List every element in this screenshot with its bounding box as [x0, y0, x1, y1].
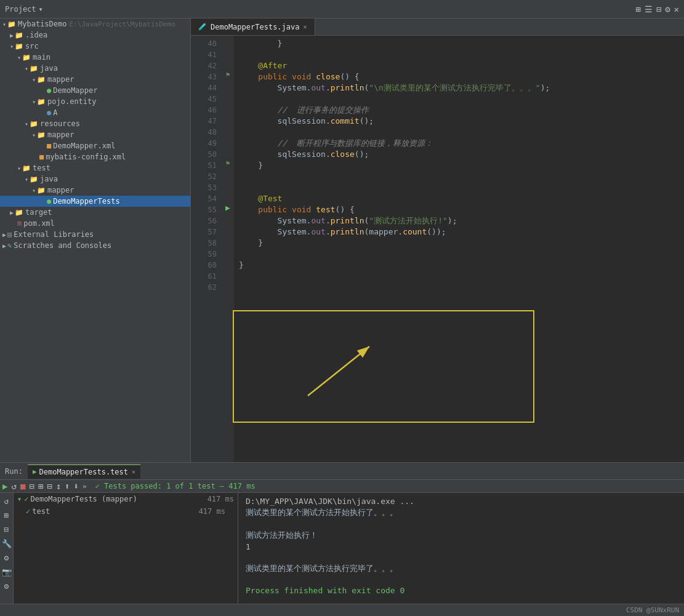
output-line-3	[246, 519, 677, 529]
code-editor[interactable]: 40 41 42 43 44 45 46 47 48 49 50 51 52 5…	[191, 36, 684, 462]
side-icon-5[interactable]: ⚙	[4, 553, 9, 562]
status-bar: CSDN @SUNxRUN	[0, 604, 684, 616]
sidebar-item-idea[interactable]: ▶ 📁 .idea	[0, 30, 190, 41]
code-text: System.	[239, 215, 311, 226]
layout-icon[interactable]: ⊞	[635, 4, 640, 14]
method: commit	[331, 116, 360, 127]
test-folder-icon: 📁	[30, 175, 38, 183]
sidebar-item-demomapper[interactable]: ● DemoMapper	[0, 85, 190, 96]
sidebar-item-demomappertests[interactable]: ● DemoMapperTests	[0, 196, 190, 207]
sidebar-item-scratches[interactable]: ▶ ✎ Scratches and Consoles	[0, 240, 190, 251]
close-icon[interactable]: ✕	[674, 4, 679, 14]
method: println	[331, 82, 364, 94]
sidebar: ▾ 📁 MybatisDemo E:\JavaProject\MybatisDe…	[0, 18, 191, 462]
test-class-row[interactable]: ▾ ✓ DemoMapperTests (mapper) 417 ms	[14, 493, 238, 505]
rerun-button[interactable]: ↺	[11, 481, 16, 491]
sort-button[interactable]: ↕	[56, 481, 61, 491]
gutter-61	[222, 268, 234, 279]
run-gutter-icon[interactable]: ▶	[225, 203, 230, 212]
code-line-49: // 断开程序与数据库的链接，释放资源：	[239, 138, 684, 149]
more-button[interactable]: »	[82, 482, 87, 490]
code-text: .	[326, 226, 331, 238]
side-icon-2[interactable]: ⊞	[4, 511, 9, 520]
sidebar-item-mybatisdemo[interactable]: ▾ 📁 MybatisDemo E:\JavaProject\MybatisDe…	[0, 18, 190, 30]
sidebar-item-mapper2[interactable]: ▾ 📁 mapper	[0, 129, 190, 140]
side-icon-3[interactable]: ⊟	[4, 525, 9, 534]
line-numbers: 40 41 42 43 44 45 46 47 48 49 50 51 52 5…	[191, 36, 222, 462]
test-method-row[interactable]: ✓ test 417 ms	[14, 505, 238, 518]
sidebar-item-src[interactable]: ▾ 📁 src	[0, 41, 190, 52]
gutter-41	[222, 47, 234, 58]
line-num-61: 61	[191, 271, 222, 282]
sidebar-item-test[interactable]: ▾ 📁 test	[0, 162, 190, 174]
method-name: test	[316, 204, 335, 215]
code-text	[311, 71, 316, 82]
list-icon[interactable]: ☰	[645, 4, 653, 14]
sidebar-label: DemoMapper	[53, 86, 97, 95]
play-button[interactable]: ▶	[2, 481, 7, 491]
sidebar-item-main[interactable]: ▾ 📁 main	[0, 52, 190, 63]
import-button[interactable]: ⬆	[65, 481, 70, 491]
sidebar-item-external[interactable]: ▶ ▤ External Libraries	[0, 229, 190, 240]
sidebar-path: E:\JavaProject\MybatisDemo	[70, 20, 175, 28]
side-icon-1[interactable]: ↺	[4, 497, 9, 506]
export-button[interactable]: ⬇	[74, 481, 79, 491]
sidebar-item-pojo[interactable]: ▾ 📁 pojo.entity	[0, 96, 190, 107]
sidebar-label: java	[40, 64, 58, 73]
expand-arrow: ▾	[25, 65, 28, 72]
string: "测试方法开始执行!"	[369, 215, 447, 226]
sidebar-item-pom[interactable]: m pom.xml	[0, 218, 190, 229]
expand-all-button[interactable]: ⊞	[38, 481, 43, 491]
sidebar-item-mybatis-config[interactable]: ■ mybatis-config.xml	[0, 151, 190, 162]
collapse-all-button[interactable]: ⊟	[47, 481, 52, 491]
sidebar-item-mapper3[interactable]: ▾ 📁 mapper	[0, 185, 190, 196]
code-line-53	[239, 182, 684, 193]
code-text	[287, 71, 292, 82]
sidebar-item-java2[interactable]: ▾ 📁 java	[0, 174, 190, 185]
line-num-40: 40	[191, 38, 222, 49]
filter-button[interactable]: ⊟	[29, 481, 34, 491]
code-line-48	[239, 127, 684, 138]
bottom-tab-run[interactable]: ▶ DemoMapperTests.test ✕	[28, 464, 140, 479]
side-icon-4[interactable]: 🔧	[2, 539, 12, 548]
run-tab-label: DemoMapperTests.test	[39, 468, 129, 476]
side-icon-6[interactable]: 📷	[2, 567, 12, 577]
code-line-41	[239, 49, 684, 60]
code-text: }	[239, 160, 263, 171]
sidebar-item-mapper[interactable]: ▾ 📁 mapper	[0, 74, 190, 85]
sidebar-label: mapper	[47, 130, 74, 139]
bottom-tab-bar: Run: ▶ DemoMapperTests.test ✕	[0, 463, 684, 480]
sidebar-item-demomapper-xml[interactable]: ■ DemoMapper.xml	[0, 140, 190, 151]
keyword: void	[292, 71, 311, 82]
gutter-58	[222, 235, 234, 246]
collapse-icon[interactable]: ⊟	[656, 4, 661, 14]
run-icons-bar: ▶ ↺ ■ ⊟ ⊞ ⊟ ↕ ⬆ ⬇ » ✓ Tests passed: 1 of…	[0, 480, 684, 493]
code-line-57: System.out.println(mapper.count());	[239, 226, 684, 238]
sidebar-item-resources[interactable]: ▾ 📁 resources	[0, 118, 190, 129]
line-num-53: 53	[191, 182, 222, 193]
code-text: (mapper.	[364, 226, 403, 238]
code-line-46: // 进行事务的提交操作	[239, 105, 684, 116]
expand-arrow: ▾	[25, 176, 28, 183]
code-text: }	[239, 38, 282, 49]
line-num-51: 51	[191, 160, 222, 171]
folder-icon: 📁	[15, 42, 23, 50]
side-icon-7[interactable]: ⚙	[4, 582, 9, 591]
expand-arrow: ▾	[32, 187, 36, 194]
sidebar-item-a[interactable]: ● A	[0, 107, 190, 118]
sidebar-label: DemoMapper.xml	[53, 142, 115, 150]
code-text: () {	[340, 71, 359, 82]
tab-close-button[interactable]: ✕	[304, 23, 307, 30]
stop-button[interactable]: ■	[20, 481, 25, 491]
line-num-47: 47	[191, 116, 222, 127]
tab-demomappertests[interactable]: 🧪 DemoMapperTests.java ✕	[191, 18, 315, 35]
check-circle: ✓	[24, 495, 28, 503]
folder-icon: 📁	[15, 209, 23, 217]
tab-label: DemoMapperTests.java	[211, 23, 300, 31]
settings-icon[interactable]: ⚙	[665, 4, 670, 14]
expand-arrow: ▾	[25, 121, 28, 127]
tab-close-btn[interactable]: ✕	[132, 468, 135, 475]
sidebar-item-java[interactable]: ▾ 📁 java	[0, 63, 190, 74]
sidebar-item-target[interactable]: ▶ 📁 target	[0, 207, 190, 218]
project-menu[interactable]: Project ▾	[5, 5, 43, 14]
